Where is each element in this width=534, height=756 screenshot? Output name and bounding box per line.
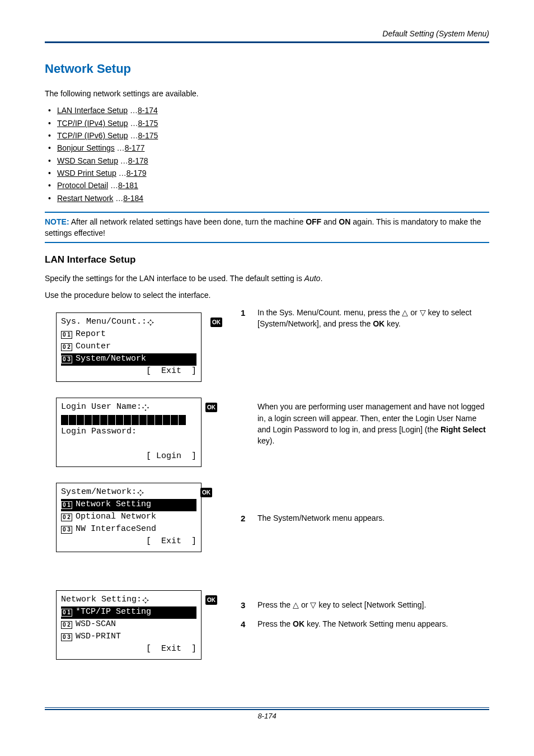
header-rule-thick (45, 42, 489, 43)
svg-marker-14 (137, 492, 139, 494)
link-tcpip-v6[interactable]: TCP/IP (IPv6) Setup (57, 131, 128, 140)
list-item: LAN Interface Setup …8-174 (45, 105, 489, 116)
menu-label: WSD-SCAN (76, 618, 116, 631)
text-italic: Auto (305, 274, 321, 283)
link-list: LAN Interface Setup …8-174 TCP/IP (IPv4)… (45, 105, 489, 203)
menu-label: Optional Network (76, 511, 156, 524)
lcd-softkey: [ Exit ] (61, 366, 196, 378)
lcd-login: Login User Name: OK Login Password: [ Lo… (56, 398, 202, 467)
page-ref[interactable]: 8-179 (127, 169, 147, 178)
text: key. The Network Setting menu appears. (305, 619, 448, 628)
step-1: 1 In the Sys. Menu/Count. menu, press th… (241, 307, 489, 505)
link-restart-network[interactable]: Restart Network (57, 194, 113, 203)
text: . (320, 274, 322, 283)
link-bonjour[interactable]: Bonjour Settings (57, 143, 115, 152)
text-bold: OK (293, 619, 305, 628)
svg-marker-10 (142, 407, 143, 408)
page-ref[interactable]: 8-177 (125, 143, 145, 152)
menu-label: Counter (76, 340, 111, 353)
text: key). (257, 436, 274, 445)
list-item: WSD Print Setup …8-179 (45, 167, 489, 179)
link-tcpip-v4[interactable]: TCP/IP (IPv4) Setup (57, 119, 128, 128)
text-bold: OK (373, 319, 385, 328)
text: key. (385, 319, 401, 328)
step-4: 4 Press the OK key. The Network Setting … (241, 618, 489, 629)
step-number: 3 (241, 599, 245, 612)
svg-marker-17 (144, 601, 147, 604)
text: In the Sys. Menu/Count. menu, press the (257, 308, 402, 317)
link-lan-interface[interactable]: LAN Interface Setup (57, 106, 128, 115)
menu-num: 0 2 (61, 514, 72, 521)
note-on: ON (339, 217, 350, 226)
up-triangle-icon: △ (402, 308, 408, 317)
lcd-softkey: [ Exit ] (61, 643, 196, 656)
breadcrumb: Default Setting (System Menu) (45, 28, 489, 39)
up-triangle-icon: △ (293, 600, 299, 609)
text: Press the (257, 619, 293, 628)
list-item: Protocol Detail …8-181 (45, 180, 489, 191)
step-number: 1 (241, 307, 245, 319)
svg-marker-9 (145, 410, 147, 411)
login-username-input (61, 415, 196, 425)
page-title: Network Setup (45, 60, 489, 78)
svg-marker-0 (149, 319, 152, 321)
lcd-title: System/Network: (61, 486, 137, 499)
text: or (299, 600, 310, 609)
step-1-note: When you are performing user management … (257, 401, 489, 446)
text: or (408, 308, 419, 317)
lcd-softkey: [ Exit ] (61, 536, 196, 548)
page-ref[interactable]: 8-174 (138, 106, 158, 115)
svg-marker-18 (142, 599, 144, 601)
down-triangle-icon: ▽ (310, 600, 316, 609)
page-ref[interactable]: 8-175 (138, 119, 158, 128)
svg-marker-11 (148, 407, 149, 408)
lcd-network-setting: Network Setting: OK 0 1*TCP/IP Setting 0… (56, 590, 202, 660)
down-triangle-icon: ▽ (420, 308, 426, 317)
menu-num: 0 3 (61, 633, 72, 641)
svg-marker-16 (144, 597, 147, 599)
steps-column: 1 In the Sys. Menu/Count. menu, press th… (241, 307, 489, 675)
nav-diamond-icon (147, 293, 207, 352)
svg-marker-1 (149, 324, 152, 326)
menu-num: 0 1 (61, 609, 72, 617)
svg-marker-2 (147, 321, 149, 324)
page-ref[interactable]: 8-175 (138, 131, 158, 140)
link-protocol-detail[interactable]: Protocol Detail (57, 181, 108, 190)
page-ref[interactable]: 8-184 (123, 194, 143, 203)
lcd-title: Login User Name: (61, 401, 142, 414)
step-3: 3 Press the △ or ▽ key to select [Networ… (241, 599, 489, 610)
link-wsd-print[interactable]: WSD Print Setup (57, 169, 116, 178)
lcd-sys-menu: Sys. Menu/Count.: OK 0 1Report 0 2Counte… (56, 312, 202, 382)
svg-marker-19 (147, 599, 149, 601)
list-item: WSD Scan Setup …8-178 (45, 155, 489, 166)
note-label: NOTE: (45, 217, 69, 226)
link-wsd-scan[interactable]: WSD Scan Setup (57, 156, 118, 165)
list-item: TCP/IP (IPv6) Setup …8-175 (45, 130, 489, 141)
svg-marker-3 (152, 321, 154, 324)
subsection-p2: Use the procedure below to select the in… (45, 290, 489, 301)
text-bold: Right Select (441, 425, 486, 434)
ok-icon: OK (205, 403, 217, 412)
menu-label: NW InterfaceSend (76, 523, 156, 536)
svg-marker-8 (145, 404, 147, 405)
text: Press the (257, 600, 293, 609)
page-ref[interactable]: 8-181 (118, 181, 138, 190)
page-footer: 8-174 (45, 709, 489, 722)
page-ref[interactable]: 8-178 (128, 156, 148, 165)
text: The System/Network menu appears. (257, 514, 385, 522)
step-number: 2 (241, 512, 245, 525)
lcd-title: Sys. Menu/Count.: (61, 316, 147, 329)
note-body: After all network related settings have … (69, 217, 306, 226)
menu-label: System/Network (76, 353, 146, 366)
ok-icon: OK (200, 488, 212, 497)
subsection-title: LAN Interface Setup (45, 253, 489, 267)
menu-num: 0 3 (61, 526, 72, 534)
note-off: OFF (306, 217, 321, 226)
lcd-column: Sys. Menu/Count.: OK 0 1Report 0 2Counte… (45, 307, 224, 675)
step-2: 2 The System/Network menu appears. (241, 512, 489, 591)
note-mid: and (321, 217, 339, 226)
note-block: NOTE: After all network related settings… (45, 212, 489, 244)
svg-marker-15 (142, 492, 144, 494)
cursor-icon (142, 379, 202, 437)
svg-marker-12 (139, 489, 142, 492)
